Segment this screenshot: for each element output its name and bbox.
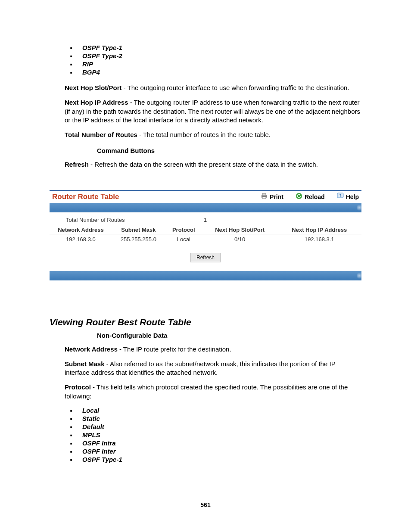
list-item: OSPF Type-1	[70, 456, 361, 463]
help-button[interactable]: ? Help	[337, 193, 359, 201]
list-item: OSPF Intra	[70, 439, 361, 447]
cell-protocol: Local	[165, 234, 202, 244]
definition-desc: - The total number of routes in the rout…	[137, 131, 271, 138]
definition-network-address: Network Address - The IP route prefix fo…	[65, 345, 361, 354]
help-label: Help	[346, 193, 359, 200]
panel-titlebar: Router Route Table Print Reload ?	[50, 191, 361, 203]
list-item: OSPF Type-1	[70, 44, 361, 51]
routes-table: Network Address Subnet Mask Protocol Nex…	[50, 226, 361, 244]
definition-term: Next Hop Slot/Port	[65, 84, 122, 91]
panel-accent-bar	[50, 203, 361, 212]
help-icon: ?	[337, 193, 344, 201]
section-title-best-route: Viewing Router Best Route Table	[50, 317, 361, 327]
definition-total-routes: Total Number of Routes - The total numbe…	[65, 131, 361, 139]
reload-button[interactable]: Reload	[296, 193, 325, 201]
definition-term: Network Address	[65, 345, 118, 353]
cell-next-hop-ip: 192.168.3.1	[277, 234, 362, 244]
list-item: OSPF Type-2	[70, 52, 361, 59]
definition-term: Total Number of Routes	[65, 131, 137, 138]
print-button[interactable]: Print	[261, 193, 283, 201]
definition-desc: - The outgoing router interface to use w…	[122, 84, 349, 91]
definition-term: Subnet Mask	[65, 360, 105, 367]
list-item: Default	[70, 423, 361, 430]
non-configurable-heading: Non-Configurable Data	[97, 332, 361, 339]
definition-protocol: Protocol - This field tells which protoc…	[65, 383, 361, 401]
table-row: 192.168.3.0 255.255.255.0 Local 0/10 192…	[50, 234, 361, 244]
col-network-address: Network Address	[50, 226, 112, 234]
list-item: BGP4	[70, 68, 361, 76]
protocol-list-top: OSPF Type-1 OSPF Type-2 RIP BGP4	[50, 44, 361, 76]
list-item: OSPF Inter	[70, 448, 361, 455]
router-route-table-panel: Router Route Table Print Reload ?	[50, 190, 361, 280]
definition-refresh: Refresh - Refresh the data on the screen…	[65, 160, 361, 169]
definition-desc: - Also referred to as the subnet/network…	[65, 360, 335, 376]
panel-title: Router Route Table	[52, 193, 119, 201]
definition-desc: - The IP route prefix for the destinatio…	[118, 345, 231, 353]
definition-desc: - This field tells which protocol create…	[65, 383, 348, 399]
total-routes-label: Total Number of Routes	[66, 217, 204, 223]
panel-accent-bar-bottom	[50, 271, 361, 280]
print-label: Print	[270, 193, 283, 200]
cell-next-hop-slot-port: 0/10	[202, 234, 277, 244]
total-routes-row: Total Number of Routes 1	[66, 217, 361, 223]
definition-desc: - Refresh the data on the screen with th…	[89, 161, 318, 168]
list-item: Local	[70, 407, 361, 414]
svg-rect-1	[262, 193, 266, 196]
protocol-list-bottom: Local Static Default MPLS OSPF Intra OSP…	[50, 407, 361, 463]
col-protocol: Protocol	[165, 226, 202, 234]
definition-term: Protocol	[65, 383, 91, 391]
definition-term: Next Hop IP Address	[65, 99, 128, 106]
col-next-hop-slot-port: Next Hop Slot/Port	[202, 226, 277, 234]
cell-subnet-mask: 255.255.255.0	[112, 234, 165, 244]
panel-actions: Print Reload ? Help	[261, 193, 359, 201]
list-item: RIP	[70, 60, 361, 68]
command-buttons-heading: Command Buttons	[97, 147, 361, 154]
total-routes-value: 1	[204, 217, 207, 223]
svg-rect-2	[262, 197, 266, 199]
printer-icon	[261, 193, 268, 201]
reload-icon	[296, 193, 302, 201]
list-item: MPLS	[70, 431, 361, 439]
definition-next-hop-slot-port: Next Hop Slot/Port - The outgoing router…	[65, 84, 361, 92]
definition-subnet-mask: Subnet Mask - Also referred to as the su…	[65, 360, 361, 377]
svg-text:?: ?	[339, 193, 342, 198]
panel-body: Total Number of Routes 1 Network Address…	[50, 212, 361, 271]
cell-network-address: 192.168.3.0	[50, 234, 112, 244]
table-header-row: Network Address Subnet Mask Protocol Nex…	[50, 226, 361, 234]
definition-next-hop-ip: Next Hop IP Address - The outgoing route…	[65, 98, 361, 124]
page-number: 561	[0, 501, 411, 508]
reload-label: Reload	[305, 193, 325, 200]
col-subnet-mask: Subnet Mask	[112, 226, 165, 234]
refresh-button[interactable]: Refresh	[190, 253, 221, 262]
col-next-hop-ip: Next Hop IP Address	[277, 226, 362, 234]
definition-term: Refresh	[65, 161, 89, 168]
list-item: Static	[70, 415, 361, 422]
